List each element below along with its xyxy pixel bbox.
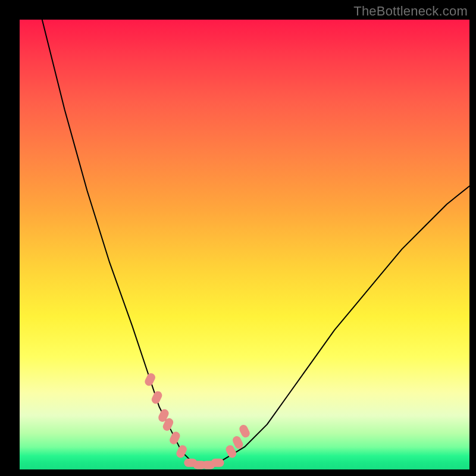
chart-frame: TheBottleneck.com <box>0 0 476 476</box>
left-marker <box>168 430 181 446</box>
marker-cluster <box>143 372 251 469</box>
bottom-marker <box>211 459 224 467</box>
watermark-text: TheBottleneck.com <box>353 4 468 19</box>
bottleneck-curve <box>42 20 469 465</box>
plot-area <box>20 20 469 469</box>
curve-path <box>42 20 469 465</box>
right-marker <box>238 424 251 439</box>
curve-layer <box>20 20 469 469</box>
left-marker <box>143 372 156 387</box>
left-marker <box>150 390 163 405</box>
